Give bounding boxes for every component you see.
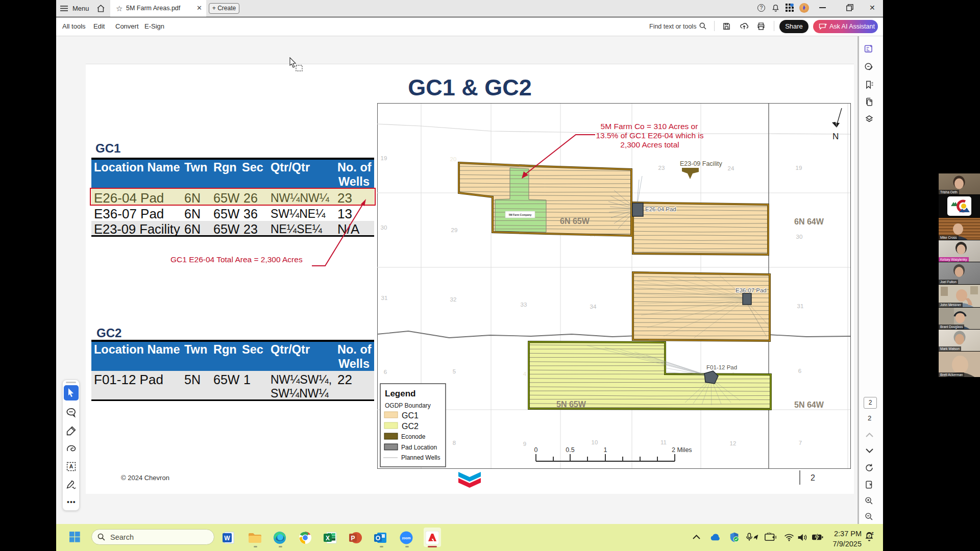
svg-text:5M Farm Company: 5M Farm Company bbox=[509, 213, 532, 216]
svg-text:GC2: GC2 bbox=[402, 422, 419, 431]
svg-text:9: 9 bbox=[523, 441, 526, 447]
svg-text:5N 65W: 5N 65W bbox=[556, 400, 586, 409]
svg-text:N: N bbox=[832, 132, 839, 141]
svg-text:30: 30 bbox=[381, 224, 387, 231]
svg-text:20: 20 bbox=[450, 156, 457, 162]
svg-text:12: 12 bbox=[730, 440, 737, 446]
svg-text:OGDP Boundary: OGDP Boundary bbox=[385, 402, 431, 409]
svg-text:A: A bbox=[69, 464, 74, 469]
svg-text:Econode: Econode bbox=[401, 433, 426, 440]
svg-text:7: 7 bbox=[799, 440, 802, 446]
svg-text:31: 31 bbox=[381, 295, 388, 301]
svg-text:E36-07 Pad: E36-07 Pad bbox=[736, 287, 767, 293]
svg-text:2,300 Acres total: 2,300 Acres total bbox=[620, 140, 679, 149]
svg-text:10: 10 bbox=[592, 439, 598, 445]
svg-text:31: 31 bbox=[797, 303, 804, 309]
svg-text:6: 6 bbox=[798, 368, 801, 374]
svg-text:Pad Location: Pad Location bbox=[401, 444, 437, 451]
svg-text:E26-04 Pad: E26-04 Pad bbox=[645, 206, 676, 212]
svg-text:5M Farm Co = 310 Acres or: 5M Farm Co = 310 Acres or bbox=[601, 122, 698, 131]
svg-text:24: 24 bbox=[728, 165, 734, 171]
svg-text:6N 64W: 6N 64W bbox=[794, 217, 824, 226]
svg-text:0.5: 0.5 bbox=[566, 446, 574, 454]
svg-text:E23-09 Facility: E23-09 Facility bbox=[680, 160, 722, 167]
svg-text:5N 64W: 5N 64W bbox=[794, 400, 824, 409]
svg-text:34: 34 bbox=[590, 304, 597, 310]
svg-text:5: 5 bbox=[453, 368, 456, 374]
svg-text:13.5% of GC1 E26-04 which is: 13.5% of GC1 E26-04 which is bbox=[596, 131, 703, 140]
svg-text:23: 23 bbox=[658, 165, 665, 171]
svg-text:33: 33 bbox=[521, 302, 527, 308]
svg-text:P: P bbox=[351, 535, 355, 542]
svg-text:zoom: zoom bbox=[402, 536, 411, 540]
svg-text:32: 32 bbox=[450, 296, 457, 303]
svg-text:4: 4 bbox=[523, 371, 527, 377]
svg-text:30: 30 bbox=[796, 234, 803, 240]
svg-text:2 Miles: 2 Miles bbox=[672, 446, 692, 454]
svg-text:GC1: GC1 bbox=[402, 411, 419, 420]
svg-text:8: 8 bbox=[453, 440, 456, 446]
svg-text:29: 29 bbox=[451, 227, 458, 233]
svg-text:X: X bbox=[326, 535, 330, 542]
svg-text:19: 19 bbox=[381, 155, 387, 161]
svg-text:z: z bbox=[872, 531, 874, 536]
svg-text:19: 19 bbox=[796, 165, 802, 171]
svg-text:z: z bbox=[868, 534, 870, 538]
svg-text:W: W bbox=[224, 535, 230, 542]
svg-text:F01-12 Pad: F01-12 Pad bbox=[706, 364, 737, 370]
svg-text:1: 1 bbox=[604, 446, 607, 454]
svg-text:6N 65W: 6N 65W bbox=[560, 217, 590, 226]
svg-text:Planned Wells: Planned Wells bbox=[401, 454, 440, 461]
svg-text:11: 11 bbox=[660, 439, 667, 445]
svg-text:0: 0 bbox=[534, 446, 538, 454]
svg-text:6: 6 bbox=[384, 369, 387, 375]
svg-text:O: O bbox=[376, 535, 380, 542]
svg-text:Legend: Legend bbox=[385, 389, 415, 398]
